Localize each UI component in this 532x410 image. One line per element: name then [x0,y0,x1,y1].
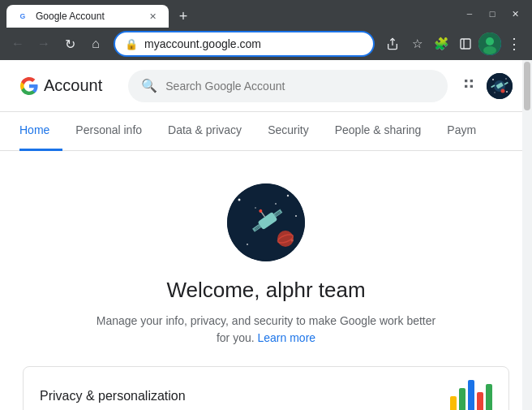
tab-favicon: G [16,10,29,23]
svg-point-17 [501,88,505,93]
svg-point-19 [238,199,241,201]
learn-more-link[interactable]: Learn more [258,331,316,344]
title-bar: G Google Account ✕ + ─ □ ✕ [0,0,532,28]
refresh-button[interactable]: ↻ [58,32,81,55]
svg-text:G: G [20,12,26,20]
svg-point-7 [483,46,496,54]
bookmark-icon[interactable]: ☆ [405,32,428,55]
privacy-card[interactable]: Privacy & personalization [23,366,509,410]
bar-1 [450,396,457,410]
bar-3 [468,380,474,410]
bar-5 [486,384,492,410]
navigation-tabs: Home Personal info Data & privacy Securi… [0,112,532,151]
extensions-icon[interactable]: 🧩 [430,32,453,55]
tab-security[interactable]: Security [255,112,322,151]
svg-point-25 [295,215,297,217]
svg-point-20 [287,195,289,196]
tab-close-button[interactable]: ✕ [146,10,159,23]
share-icon[interactable] [381,32,404,55]
user-avatar[interactable] [487,73,513,99]
profile-avatar-image [227,183,305,261]
bar-4 [477,392,483,410]
svg-point-15 [494,92,495,93]
toolbar-actions: ☆ 🧩 ⋮ [381,32,526,55]
main-content: Welcome, alphr team Manage your info, pr… [0,151,532,410]
window-controls: ─ □ ✕ [459,3,526,24]
welcome-title: Welcome, alphr team [166,278,365,303]
maximize-button[interactable]: □ [482,3,503,24]
tab-title: Google Account [36,11,139,22]
header-actions [461,73,513,99]
scrollbar-thumb[interactable] [524,62,530,110]
home-button[interactable]: ⌂ [84,32,107,55]
profile-avatar-large [227,183,305,261]
tab-home[interactable]: Home [19,112,62,151]
address-bar[interactable]: 🔒 myaccount.google.com [114,31,375,57]
toolbar: ← → ↻ ⌂ 🔒 myaccount.google.com ☆ 🧩 [0,28,532,60]
search-icon: 🔍 [141,78,157,93]
scrollbar[interactable] [522,60,532,410]
tab-personal-info[interactable]: Personal info [62,112,155,151]
svg-point-16 [506,91,508,93]
welcome-subtitle: Manage your info, privacy, and security … [96,313,436,347]
ga-header: Account 🔍 [0,60,532,112]
svg-point-13 [492,79,494,80]
search-input[interactable] [165,80,435,93]
new-tab-button[interactable]: + [172,5,195,28]
lock-icon: 🔒 [125,38,138,50]
back-button[interactable]: ← [6,32,29,55]
svg-point-6 [486,37,494,45]
google-logo: Account [19,76,102,96]
google-g-logo [19,76,39,96]
svg-rect-3 [461,39,470,49]
svg-point-24 [255,207,256,209]
bar-2 [459,388,466,410]
svg-point-23 [275,203,277,205]
bar-chart [450,380,492,410]
url-text: myaccount.google.com [144,37,363,50]
forward-button[interactable]: → [32,32,55,55]
menu-icon[interactable]: ⋮ [503,32,526,55]
search-bar[interactable]: 🔍 [128,70,448,102]
ga-logo-text: Account [44,76,102,95]
tab-data-privacy[interactable]: Data & privacy [155,112,255,151]
tab-bar: G Google Account ✕ + [6,0,453,28]
sidebar-icon[interactable] [454,32,477,55]
page-content: Account 🔍 [0,60,532,410]
svg-point-14 [505,78,507,80]
browser-tab[interactable]: G Google Account ✕ [6,5,169,28]
privacy-card-title: Privacy & personalization [40,389,186,404]
svg-point-21 [247,244,248,245]
avatar-image [487,73,513,99]
browser-profile-avatar[interactable] [478,32,501,55]
tab-payments[interactable]: Paym [434,112,489,151]
apps-grid-icon[interactable] [461,76,477,96]
minimize-button[interactable]: ─ [459,3,480,24]
close-button[interactable]: ✕ [504,3,526,24]
tab-people-sharing[interactable]: People & sharing [322,112,435,151]
